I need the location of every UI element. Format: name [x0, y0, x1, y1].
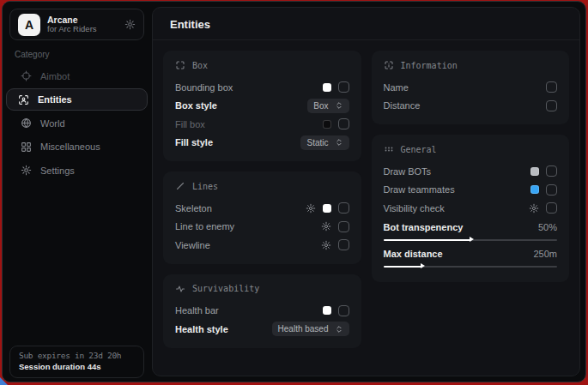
setting-row-fill-box: Fill box [175, 115, 349, 134]
skeleton-color-swatch[interactable] [323, 204, 331, 213]
sidebar-item-label: World [40, 118, 65, 129]
setting-row-bounding-box: Bounding box [175, 78, 349, 97]
health-style-dropdown[interactable]: Health based [272, 322, 349, 336]
setting-label: Bounding box [175, 82, 233, 93]
distance-checkbox[interactable] [546, 100, 557, 111]
setting-row-box-style: Box style Box [175, 97, 349, 116]
fill-box-color-swatch[interactable] [323, 120, 331, 129]
survivability-panel: Survivability Health bar Health style He… [163, 274, 361, 348]
box-panel: Box Bounding box Box style Box [163, 51, 361, 161]
setting-label: Box style [175, 100, 217, 111]
setting-row-fill-style: Fill style Static [175, 134, 349, 153]
setting-label: Name [384, 82, 409, 93]
setting-label: Skeleton [175, 203, 212, 214]
layout-grid-icon [20, 141, 32, 153]
crosshair-icon [20, 70, 32, 81]
setting-label: Health bar [175, 305, 219, 316]
setting-label: Fill style [175, 137, 213, 147]
setting-row-line-to-enemy: Line to enemy [175, 218, 349, 237]
main-content: Entities Box Bounding box [152, 7, 580, 376]
general-panel: General Draw BOTs Draw teammates [372, 135, 570, 282]
bot-transparency-slider[interactable] [384, 239, 558, 241]
skeleton-checkbox[interactable] [338, 202, 349, 214]
slider-fill [384, 239, 470, 241]
setting-row-distance: Distance [384, 97, 558, 116]
skeleton-config-gear-icon[interactable] [306, 203, 316, 214]
visibility-check-checkbox[interactable] [546, 202, 557, 214]
information-panel: Information Name Distance [372, 51, 570, 124]
setting-label: Visibility check [384, 203, 445, 214]
viewline-config-gear-icon[interactable] [321, 240, 331, 250]
fill-style-dropdown[interactable]: Static [300, 135, 349, 150]
setting-row-draw-teammates: Draw teammates [384, 181, 558, 200]
chevrons-up-down-icon [335, 138, 343, 147]
sidebar-item-settings[interactable]: Settings [6, 159, 148, 182]
panel-title: Survivability [192, 284, 259, 293]
sidebar-item-miscellaneous[interactable]: Miscellaneous [6, 135, 148, 158]
max-distance-setting: Max distance 250m [384, 246, 558, 268]
gear-icon [20, 165, 32, 176]
pulse-icon [175, 284, 185, 294]
draw-bots-checkbox[interactable] [546, 165, 557, 177]
draw-teammates-checkbox[interactable] [546, 184, 557, 196]
subscription-card: Sub expires in 23d 20h Session duration … [9, 346, 144, 378]
sidebar-item-label: Miscellaneous [40, 141, 100, 152]
setting-label: Fill box [175, 119, 205, 129]
info-scan-icon [384, 60, 394, 70]
brand-card: A Arcane for Arc Riders [9, 9, 144, 40]
setting-label: Line to enemy [175, 221, 234, 232]
sub-expiry-text: Sub expires in 23d 20h [19, 351, 135, 360]
sidebar-item-entities[interactable]: Entities [6, 88, 148, 111]
survivability-panel-header: Survivability [175, 284, 349, 294]
brand-text: Arcane for Arc Riders [47, 15, 118, 34]
line-to-enemy-config-gear-icon[interactable] [321, 221, 331, 232]
visibility-check-config-gear-icon[interactable] [529, 203, 539, 214]
general-panel-header: General [384, 144, 558, 154]
slider-fill [384, 266, 422, 268]
app-subtitle: for Arc Riders [47, 25, 118, 34]
arcane-window: A Arcane for Arc Riders Category Aimbot [2, 1, 586, 382]
box-corners-icon [175, 60, 185, 70]
diagonal-line-icon [175, 181, 185, 191]
sidebar-item-label: Settings [40, 165, 75, 176]
page-title: Entities [153, 8, 579, 39]
entities-scan-icon [17, 94, 29, 105]
sidebar-item-aimbot[interactable]: Aimbot [6, 65, 148, 87]
setting-row-health-style: Health style Health based [175, 320, 349, 339]
name-checkbox[interactable] [546, 81, 557, 93]
health-bar-checkbox[interactable] [338, 305, 349, 316]
slider-value: 50% [538, 222, 557, 232]
draw-teammates-color-swatch[interactable] [530, 185, 539, 194]
box-style-dropdown[interactable]: Box [307, 99, 349, 113]
panel-title: General [401, 145, 437, 154]
setting-row-visibility-check: Visibility check [384, 199, 558, 218]
dropdown-value: Box [313, 101, 328, 111]
setting-label: Max distance [384, 249, 443, 259]
left-column: Box Bounding box Box style Box [163, 51, 361, 358]
setting-row-name: Name [384, 78, 558, 97]
setting-row-skeleton: Skeleton [175, 199, 349, 218]
right-column: Information Name Distance [372, 51, 570, 358]
bounding-box-color-swatch[interactable] [323, 83, 331, 92]
setting-label: Viewline [175, 240, 210, 250]
app-logo: A [18, 14, 40, 36]
setting-label: Distance [384, 100, 421, 111]
chevrons-up-down-icon [335, 325, 343, 334]
bounding-box-checkbox[interactable] [338, 81, 349, 93]
panel-title: Lines [192, 182, 218, 191]
draw-bots-color-swatch[interactable] [530, 167, 539, 176]
sidebar-item-world[interactable]: World [6, 112, 148, 135]
sidebar-item-label: Entities [38, 94, 72, 105]
sidebar: A Arcane for Arc Riders Category Aimbot [3, 2, 151, 382]
dropdown-value: Health based [278, 324, 329, 334]
setting-row-draw-bots: Draw BOTs [384, 162, 558, 181]
fill-box-checkbox[interactable] [338, 118, 349, 129]
max-distance-slider[interactable] [384, 266, 558, 268]
sidebar-item-label: Aimbot [40, 71, 70, 81]
session-duration-text: Session duration 44s [19, 362, 135, 371]
viewline-checkbox[interactable] [338, 239, 349, 250]
dropdown-value: Static [306, 138, 328, 147]
health-bar-color-swatch[interactable] [323, 306, 331, 315]
line-to-enemy-checkbox[interactable] [338, 221, 349, 232]
brand-gear-icon[interactable] [124, 19, 136, 30]
